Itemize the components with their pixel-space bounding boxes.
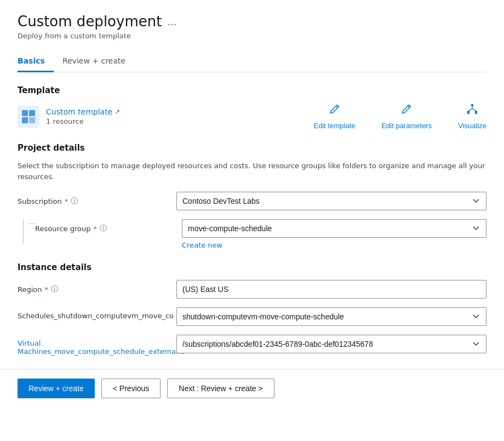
template-actions: Edit template Edit parameters [314, 103, 486, 130]
instance-details-title: Instance details [18, 262, 486, 272]
indent-horizontal [28, 224, 35, 224]
subscription-info-icon[interactable]: ⓘ [71, 196, 78, 206]
resource-group-select-wrapper: move-compute-schedule [182, 219, 486, 238]
tab-review-create[interactable]: Review + create [62, 51, 134, 72]
region-row: Region * ⓘ [18, 280, 486, 299]
ellipsis-menu[interactable]: ... [167, 16, 176, 27]
template-details: Custom template ↗ 1 resource [46, 107, 120, 125]
svg-rect-0 [22, 110, 28, 116]
template-icon [18, 106, 39, 128]
tab-bar: Basics Review + create [18, 51, 486, 72]
svg-rect-3 [29, 117, 35, 123]
svg-rect-5 [467, 111, 469, 114]
region-required: * [45, 285, 49, 294]
page-subtitle: Deploy from a custom template [18, 32, 486, 40]
subscription-control: Contoso DevTest Labs [176, 192, 486, 210]
instance-details-section: Instance details Region * ⓘ Schedules_sh… [18, 262, 486, 356]
template-section-title: Template [18, 85, 486, 95]
subscription-select-wrapper: Contoso DevTest Labs [176, 192, 486, 210]
indent-decorator [18, 219, 28, 243]
previous-button[interactable]: < Previous [101, 379, 161, 398]
region-input[interactable] [176, 280, 486, 299]
resource-group-inner: Resource group * ⓘ move-compute-schedule… [28, 219, 486, 249]
region-control [176, 280, 486, 299]
visualize-icon [466, 103, 478, 118]
project-details-description: Select the subscription to manage deploy… [18, 161, 486, 182]
virtual-machines-select-wrapper: /subscriptions/abcdef01-2345-6789-0abc-d… [176, 335, 486, 353]
resource-group-label: Resource group * ⓘ [35, 219, 182, 233]
svg-rect-6 [475, 111, 477, 114]
schedules-select[interactable]: shutdown-computevm-move-compute-schedule [176, 307, 486, 326]
subscription-label: Subscription * ⓘ [18, 192, 176, 206]
region-label: Region * ⓘ [18, 280, 176, 294]
virtual-machines-select[interactable]: /subscriptions/abcdef01-2345-6789-0abc-d… [176, 335, 486, 353]
indent-line [23, 219, 24, 243]
region-info-icon[interactable]: ⓘ [51, 284, 58, 294]
resource-group-info-icon[interactable]: ⓘ [100, 224, 107, 233]
visualize-button[interactable]: Visualize [458, 103, 486, 130]
subscription-required: * [65, 197, 68, 205]
template-info: Custom template ↗ 1 resource [18, 106, 120, 128]
resource-group-control: move-compute-schedule Create new [182, 219, 486, 249]
subscription-select[interactable]: Contoso DevTest Labs [176, 192, 486, 210]
svg-rect-1 [29, 110, 35, 116]
template-row: Custom template ↗ 1 resource Edit templa… [18, 103, 486, 130]
resource-group-indent-row [28, 219, 35, 224]
resource-group-row: Resource group * ⓘ move-compute-schedule… [18, 219, 486, 249]
resource-group-select[interactable]: move-compute-schedule [182, 219, 486, 238]
edit-template-button[interactable]: Edit template [314, 103, 356, 130]
virtual-machines-row: Virtual Machines_move_compute_schedule_e… [18, 335, 486, 356]
title-text: Custom deployment [18, 13, 162, 30]
schedules-select-wrapper: shutdown-computevm-move-compute-schedule [176, 307, 486, 326]
review-create-button[interactable]: Review + create [18, 379, 95, 398]
template-section: Template Custom template ↗ 1 re [18, 85, 486, 130]
subscription-row: Subscription * ⓘ Contoso DevTest Labs [18, 192, 486, 210]
schedules-row: Schedules_shutdown_computevm_move_co shu… [18, 307, 486, 326]
svg-rect-2 [22, 117, 28, 123]
edit-parameters-icon [400, 103, 413, 118]
external-link-icon: ↗ [114, 108, 120, 116]
resource-count: 1 resource [46, 117, 120, 125]
edit-parameters-button[interactable]: Edit parameters [381, 103, 432, 130]
schedules-label: Schedules_shutdown_computevm_move_co [18, 307, 176, 320]
virtual-machines-label: Virtual Machines_move_compute_schedule_e… [18, 335, 176, 356]
edit-template-icon [329, 103, 341, 118]
project-details-title: Project details [18, 143, 486, 153]
page-title: Custom deployment ... [18, 13, 486, 30]
template-name-link[interactable]: Custom template ↗ [46, 107, 120, 116]
tab-basics[interactable]: Basics [18, 51, 54, 72]
project-details-section: Project details Select the subscription … [18, 143, 486, 249]
svg-rect-4 [471, 104, 473, 106]
page-header: Custom deployment ... Deploy from a cust… [18, 13, 486, 40]
next-button[interactable]: Next : Review + create > [167, 379, 274, 398]
schedules-control: shutdown-computevm-move-compute-schedule [176, 307, 486, 326]
resource-group-required: * [94, 225, 98, 233]
create-new-link[interactable]: Create new [182, 241, 486, 249]
footer: Review + create < Previous Next : Review… [0, 369, 504, 407]
virtual-machines-control: /subscriptions/abcdef01-2345-6789-0abc-d… [176, 335, 486, 353]
